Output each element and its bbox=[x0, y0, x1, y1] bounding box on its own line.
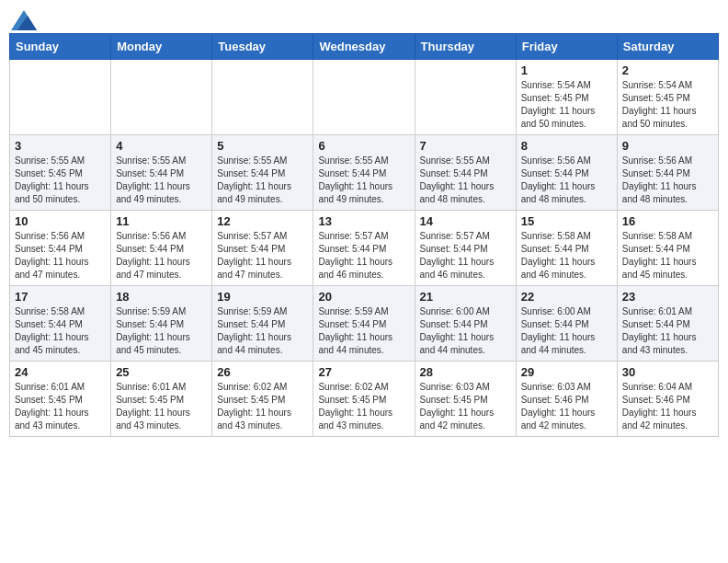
day-number: 23 bbox=[622, 290, 713, 304]
day-detail: Sunrise: 5:59 AM Sunset: 5:44 PM Dayligh… bbox=[217, 305, 308, 357]
calendar-cell: 14Sunrise: 5:57 AM Sunset: 5:44 PM Dayli… bbox=[415, 211, 516, 286]
calendar-header-wednesday: Wednesday bbox=[313, 34, 415, 60]
day-detail: Sunrise: 5:59 AM Sunset: 5:44 PM Dayligh… bbox=[318, 305, 409, 357]
day-detail: Sunrise: 5:58 AM Sunset: 5:44 PM Dayligh… bbox=[622, 230, 713, 282]
day-detail: Sunrise: 5:58 AM Sunset: 5:44 PM Dayligh… bbox=[521, 230, 612, 282]
calendar-cell: 1Sunrise: 5:54 AM Sunset: 5:45 PM Daylig… bbox=[516, 60, 617, 135]
calendar-cell: 6Sunrise: 5:55 AM Sunset: 5:44 PM Daylig… bbox=[313, 135, 415, 211]
day-number: 12 bbox=[217, 214, 308, 228]
day-number: 5 bbox=[217, 139, 308, 153]
calendar-cell: 29Sunrise: 6:03 AM Sunset: 5:46 PM Dayli… bbox=[516, 362, 617, 437]
day-detail: Sunrise: 5:56 AM Sunset: 5:44 PM Dayligh… bbox=[521, 155, 612, 206]
day-number: 1 bbox=[521, 63, 612, 77]
day-detail: Sunrise: 6:04 AM Sunset: 5:46 PM Dayligh… bbox=[622, 381, 713, 432]
calendar-week-row: 1Sunrise: 5:54 AM Sunset: 5:45 PM Daylig… bbox=[10, 60, 719, 135]
calendar-header-sunday: Sunday bbox=[10, 34, 111, 60]
calendar-cell bbox=[111, 60, 212, 135]
calendar-cell: 18Sunrise: 5:59 AM Sunset: 5:44 PM Dayli… bbox=[111, 286, 212, 362]
day-number: 16 bbox=[622, 214, 713, 228]
calendar-cell bbox=[10, 60, 111, 135]
day-detail: Sunrise: 5:55 AM Sunset: 5:45 PM Dayligh… bbox=[15, 155, 106, 206]
calendar-cell: 22Sunrise: 6:00 AM Sunset: 5:44 PM Dayli… bbox=[516, 286, 617, 362]
day-detail: Sunrise: 6:03 AM Sunset: 5:45 PM Dayligh… bbox=[420, 381, 511, 432]
calendar-cell: 9Sunrise: 5:56 AM Sunset: 5:44 PM Daylig… bbox=[617, 135, 718, 211]
calendar-cell: 4Sunrise: 5:55 AM Sunset: 5:44 PM Daylig… bbox=[111, 135, 212, 211]
day-number: 15 bbox=[521, 214, 612, 228]
day-detail: Sunrise: 5:56 AM Sunset: 5:44 PM Dayligh… bbox=[622, 155, 713, 206]
calendar-cell: 23Sunrise: 6:01 AM Sunset: 5:44 PM Dayli… bbox=[617, 286, 718, 362]
day-detail: Sunrise: 6:00 AM Sunset: 5:44 PM Dayligh… bbox=[521, 305, 612, 357]
calendar-cell: 2Sunrise: 5:54 AM Sunset: 5:45 PM Daylig… bbox=[617, 60, 718, 135]
day-detail: Sunrise: 6:01 AM Sunset: 5:45 PM Dayligh… bbox=[15, 381, 106, 432]
day-number: 24 bbox=[15, 365, 106, 379]
day-detail: Sunrise: 5:57 AM Sunset: 5:44 PM Dayligh… bbox=[217, 230, 308, 282]
day-number: 11 bbox=[116, 214, 207, 228]
day-detail: Sunrise: 5:56 AM Sunset: 5:44 PM Dayligh… bbox=[15, 230, 106, 282]
calendar-cell bbox=[212, 60, 313, 135]
calendar-header-monday: Monday bbox=[111, 34, 212, 60]
day-number: 29 bbox=[521, 365, 612, 379]
calendar-week-row: 24Sunrise: 6:01 AM Sunset: 5:45 PM Dayli… bbox=[10, 362, 719, 437]
calendar-cell: 20Sunrise: 5:59 AM Sunset: 5:44 PM Dayli… bbox=[313, 286, 415, 362]
calendar-cell: 5Sunrise: 5:55 AM Sunset: 5:44 PM Daylig… bbox=[212, 135, 313, 211]
day-detail: Sunrise: 5:56 AM Sunset: 5:44 PM Dayligh… bbox=[116, 230, 207, 282]
day-number: 8 bbox=[521, 139, 612, 153]
day-detail: Sunrise: 6:01 AM Sunset: 5:45 PM Dayligh… bbox=[116, 381, 207, 432]
day-number: 26 bbox=[217, 365, 308, 379]
calendar-cell: 17Sunrise: 5:58 AM Sunset: 5:44 PM Dayli… bbox=[10, 286, 111, 362]
day-number: 22 bbox=[521, 290, 612, 304]
calendar-cell: 28Sunrise: 6:03 AM Sunset: 5:45 PM Dayli… bbox=[415, 362, 516, 437]
calendar-cell: 15Sunrise: 5:58 AM Sunset: 5:44 PM Dayli… bbox=[516, 211, 617, 286]
day-detail: Sunrise: 5:55 AM Sunset: 5:44 PM Dayligh… bbox=[217, 155, 308, 206]
day-detail: Sunrise: 5:55 AM Sunset: 5:44 PM Dayligh… bbox=[420, 155, 511, 206]
day-number: 20 bbox=[318, 290, 409, 304]
day-number: 28 bbox=[420, 365, 511, 379]
calendar-table: SundayMondayTuesdayWednesdayThursdayFrid… bbox=[9, 33, 719, 437]
day-number: 10 bbox=[15, 214, 106, 228]
calendar-cell: 7Sunrise: 5:55 AM Sunset: 5:44 PM Daylig… bbox=[415, 135, 516, 211]
calendar-cell: 12Sunrise: 5:57 AM Sunset: 5:44 PM Dayli… bbox=[212, 211, 313, 286]
day-detail: Sunrise: 6:02 AM Sunset: 5:45 PM Dayligh… bbox=[318, 381, 409, 432]
calendar-cell: 3Sunrise: 5:55 AM Sunset: 5:45 PM Daylig… bbox=[10, 135, 111, 211]
day-number: 9 bbox=[622, 139, 713, 153]
calendar-cell: 19Sunrise: 5:59 AM Sunset: 5:44 PM Dayli… bbox=[212, 286, 313, 362]
calendar-header-tuesday: Tuesday bbox=[212, 34, 313, 60]
calendar-cell: 10Sunrise: 5:56 AM Sunset: 5:44 PM Dayli… bbox=[10, 211, 111, 286]
day-number: 19 bbox=[217, 290, 308, 304]
day-detail: Sunrise: 5:54 AM Sunset: 5:45 PM Dayligh… bbox=[622, 79, 713, 131]
day-number: 3 bbox=[15, 139, 106, 153]
calendar-cell: 30Sunrise: 6:04 AM Sunset: 5:46 PM Dayli… bbox=[617, 362, 718, 437]
day-detail: Sunrise: 5:59 AM Sunset: 5:44 PM Dayligh… bbox=[116, 305, 207, 357]
day-number: 2 bbox=[622, 63, 713, 77]
calendar-cell: 27Sunrise: 6:02 AM Sunset: 5:45 PM Dayli… bbox=[313, 362, 415, 437]
calendar-cell: 16Sunrise: 5:58 AM Sunset: 5:44 PM Dayli… bbox=[617, 211, 718, 286]
calendar-week-row: 3Sunrise: 5:55 AM Sunset: 5:45 PM Daylig… bbox=[10, 135, 719, 211]
calendar-cell: 13Sunrise: 5:57 AM Sunset: 5:44 PM Dayli… bbox=[313, 211, 415, 286]
logo bbox=[9, 9, 37, 26]
calendar-cell: 8Sunrise: 5:56 AM Sunset: 5:44 PM Daylig… bbox=[516, 135, 617, 211]
calendar-header-row: SundayMondayTuesdayWednesdayThursdayFrid… bbox=[10, 34, 719, 60]
day-number: 18 bbox=[116, 290, 207, 304]
day-detail: Sunrise: 5:57 AM Sunset: 5:44 PM Dayligh… bbox=[420, 230, 511, 282]
day-detail: Sunrise: 6:03 AM Sunset: 5:46 PM Dayligh… bbox=[521, 381, 612, 432]
day-number: 13 bbox=[318, 214, 409, 228]
day-detail: Sunrise: 5:57 AM Sunset: 5:44 PM Dayligh… bbox=[318, 230, 409, 282]
calendar-cell: 21Sunrise: 6:00 AM Sunset: 5:44 PM Dayli… bbox=[415, 286, 516, 362]
calendar-cell: 11Sunrise: 5:56 AM Sunset: 5:44 PM Dayli… bbox=[111, 211, 212, 286]
day-number: 25 bbox=[116, 365, 207, 379]
calendar-cell bbox=[415, 60, 516, 135]
day-detail: Sunrise: 5:58 AM Sunset: 5:44 PM Dayligh… bbox=[15, 305, 106, 357]
logo-icon bbox=[11, 10, 37, 30]
day-number: 7 bbox=[420, 139, 511, 153]
day-detail: Sunrise: 5:55 AM Sunset: 5:44 PM Dayligh… bbox=[116, 155, 207, 206]
day-detail: Sunrise: 6:00 AM Sunset: 5:44 PM Dayligh… bbox=[420, 305, 511, 357]
calendar-week-row: 17Sunrise: 5:58 AM Sunset: 5:44 PM Dayli… bbox=[10, 286, 719, 362]
day-detail: Sunrise: 6:01 AM Sunset: 5:44 PM Dayligh… bbox=[622, 305, 713, 357]
day-number: 30 bbox=[622, 365, 713, 379]
day-detail: Sunrise: 5:55 AM Sunset: 5:44 PM Dayligh… bbox=[318, 155, 409, 206]
day-number: 14 bbox=[420, 214, 511, 228]
day-number: 6 bbox=[318, 139, 409, 153]
day-number: 4 bbox=[116, 139, 207, 153]
calendar-header-thursday: Thursday bbox=[415, 34, 516, 60]
calendar-week-row: 10Sunrise: 5:56 AM Sunset: 5:44 PM Dayli… bbox=[10, 211, 719, 286]
